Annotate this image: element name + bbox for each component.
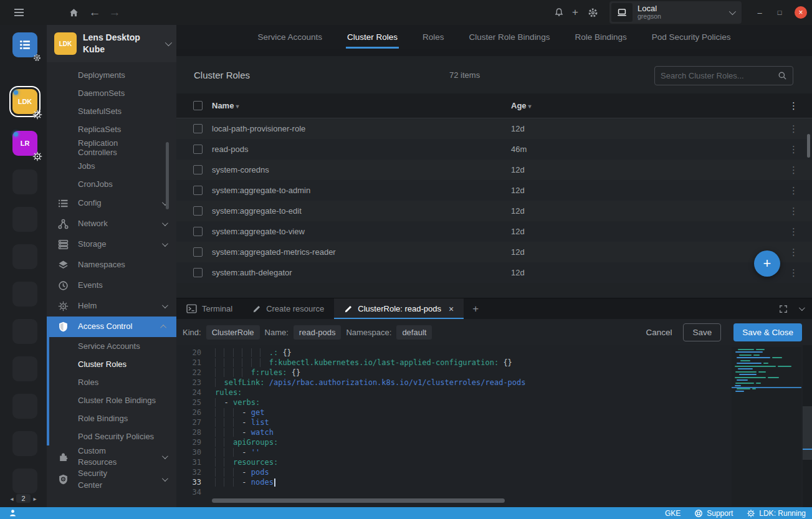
dock-tab-terminal[interactable]: Terminal <box>176 298 242 319</box>
row-menu-icon[interactable]: ⋮ <box>789 164 798 176</box>
row-checkbox[interactable] <box>193 186 203 195</box>
row-checkbox[interactable] <box>193 165 203 174</box>
sidebar-item-label: Service Accounts <box>78 341 169 351</box>
table-row[interactable]: system:aggregate-to-admin12d⋮ <box>176 180 812 201</box>
table-row[interactable]: system:aggregate-to-edit12d⋮ <box>176 201 812 221</box>
add-icon[interactable]: + <box>567 0 583 25</box>
sidebar-item-cluster-roles[interactable]: Cluster Roles <box>47 355 176 373</box>
chevron-down-icon[interactable] <box>799 305 805 311</box>
close-button[interactable]: × <box>795 6 807 19</box>
new-dock-tab-button[interactable]: + <box>464 298 487 319</box>
sidebar-item-replication-controllers[interactable]: Replication Controllers <box>47 138 176 157</box>
tab-role-bindings[interactable]: Role Bindings <box>573 25 628 49</box>
row-menu-icon[interactable]: ⋮ <box>789 185 798 196</box>
catalog-button[interactable] <box>12 32 37 57</box>
forward-icon[interactable]: → <box>106 0 123 25</box>
user-icon[interactable] <box>9 509 17 517</box>
statusbar-support[interactable]: Support <box>694 509 733 518</box>
sidebar-item-role-bindings[interactable]: Role Bindings <box>47 409 176 427</box>
table-row[interactable]: system:aggregate-to-view12d⋮ <box>176 221 812 242</box>
table-scrollbar[interactable] <box>807 134 810 158</box>
statusbar-gke[interactable]: GKE <box>665 509 681 518</box>
row-menu-icon[interactable]: ⋮ <box>789 144 798 155</box>
sidebar-item-access-control[interactable]: Access Control <box>47 317 176 337</box>
table-row[interactable]: system:aggregated-metrics-reader12d⋮ <box>176 242 812 262</box>
sidebar-item-events[interactable]: Events <box>47 275 176 296</box>
editor-minimap[interactable] <box>732 347 801 506</box>
minimize-button[interactable]: – <box>752 0 768 25</box>
sidebar-item-statefulsets[interactable]: StatefulSets <box>47 102 176 120</box>
page-prev-icon[interactable]: ◂ <box>10 495 13 502</box>
cancel-button[interactable]: Cancel <box>646 328 672 337</box>
tab-pod-security-policies[interactable]: Pod Security Policies <box>651 25 732 49</box>
cluster-menu-header[interactable]: LDK Lens Desktop Kube <box>47 25 176 62</box>
cluster-slot-empty <box>12 244 37 269</box>
row-checkbox[interactable] <box>193 247 203 257</box>
editor-vscrollbar-thumb[interactable] <box>803 406 812 460</box>
page-number[interactable]: 2 <box>16 494 30 503</box>
back-icon[interactable]: ← <box>86 0 103 25</box>
table-row[interactable]: system:auth-delegator12d⋮ <box>176 262 812 283</box>
yaml-editor[interactable]: 20 .: {}21 f:kubectl.kubernetes.io/last-… <box>176 345 812 508</box>
cluster-switcher[interactable]: Local gregson <box>609 1 742 24</box>
sidebar-item-network[interactable]: Network <box>47 214 176 234</box>
dock-tab-clusterrole-read-pods[interactable]: ClusterRole: read-pods× <box>334 298 464 319</box>
sidebar-item-storage[interactable]: Storage <box>47 234 176 255</box>
row-checkbox[interactable] <box>193 206 203 216</box>
row-checkbox[interactable] <box>193 124 203 133</box>
row-menu-icon[interactable]: ⋮ <box>789 226 798 237</box>
tab-roles[interactable]: Roles <box>421 25 446 49</box>
row-menu-icon[interactable]: ⋮ <box>789 123 798 135</box>
column-name[interactable]: Name▾ <box>212 101 511 110</box>
statusbar-cluster-status[interactable]: LDK: Running <box>747 509 806 518</box>
row-menu-icon[interactable]: ⋮ <box>789 267 798 279</box>
tab-cluster-role-bindings[interactable]: Cluster Role Bindings <box>468 25 552 49</box>
sidebar-item-replicasets[interactable]: ReplicaSets <box>47 120 176 138</box>
dock-tab-create-resource[interactable]: Create resource <box>242 298 334 319</box>
search-icon[interactable] <box>778 71 787 80</box>
table-row[interactable]: read-pods46m⋮ <box>176 139 812 160</box>
menu-icon[interactable] <box>9 0 29 25</box>
tab-cluster-roles[interactable]: Cluster Roles <box>346 25 399 49</box>
row-checkbox[interactable] <box>193 145 203 154</box>
row-menu-icon[interactable]: ⋮ <box>789 206 798 217</box>
save-close-button[interactable]: Save & Close <box>733 323 802 341</box>
cluster-item-lr[interactable]: LR <box>12 131 37 156</box>
row-checkbox[interactable] <box>193 268 203 277</box>
sidebar-item-helm[interactable]: Helm <box>47 296 176 317</box>
sidebar-item-cluster-role-bindings[interactable]: Cluster Role Bindings <box>47 391 176 409</box>
sidebar-item-deployments[interactable]: Deployments <box>47 66 176 84</box>
column-age[interactable]: Age▾ <box>511 101 748 110</box>
cluster-item-ldk[interactable]: LDK <box>12 89 37 114</box>
notifications-bell-icon[interactable] <box>551 0 567 25</box>
editor-hscrollbar[interactable] <box>212 498 505 503</box>
row-checkbox[interactable] <box>193 227 203 236</box>
sidebar-item-daemonsets[interactable]: DaemonSets <box>47 84 176 102</box>
sidebar-item-security-center[interactable]: Security Center <box>47 468 176 490</box>
editor-vscrollbar[interactable] <box>803 345 812 508</box>
row-menu-icon[interactable]: ⋮ <box>789 247 798 258</box>
save-button[interactable]: Save <box>683 323 721 341</box>
sidebar-item-roles[interactable]: Roles <box>47 373 176 391</box>
table-row[interactable]: local-path-provisioner-role12d⋮ <box>176 118 812 139</box>
sidebar-item-config[interactable]: Config <box>47 193 176 214</box>
page-next-icon[interactable]: ▸ <box>34 495 37 502</box>
maximize-button[interactable]: □ <box>771 0 788 25</box>
select-all-checkbox[interactable] <box>193 101 203 110</box>
table-menu-icon[interactable]: ⋮ <box>789 100 798 112</box>
add-resource-fab[interactable]: + <box>754 250 780 277</box>
table-row[interactable]: system-coredns12d⋮ <box>176 160 812 180</box>
sidebar-item-cronjobs[interactable]: CronJobs <box>47 175 176 193</box>
sidebar-item-custom-resources[interactable]: Custom Resources <box>47 445 176 468</box>
expand-icon[interactable] <box>779 305 788 313</box>
sidebar-item-service-accounts[interactable]: Service Accounts <box>47 337 176 355</box>
sidebar-scrollbar[interactable] <box>166 142 169 209</box>
tab-service-accounts[interactable]: Service Accounts <box>256 25 323 49</box>
sidebar-item-pod-security-policies[interactable]: Pod Security Policies <box>47 427 176 445</box>
home-icon[interactable] <box>65 0 82 25</box>
sidebar-item-jobs[interactable]: Jobs <box>47 157 176 175</box>
search-input[interactable] <box>661 71 778 80</box>
sidebar-item-namespaces[interactable]: Namespaces <box>47 255 176 275</box>
settings-gear-icon[interactable] <box>585 0 601 25</box>
close-tab-icon[interactable]: × <box>449 304 454 314</box>
